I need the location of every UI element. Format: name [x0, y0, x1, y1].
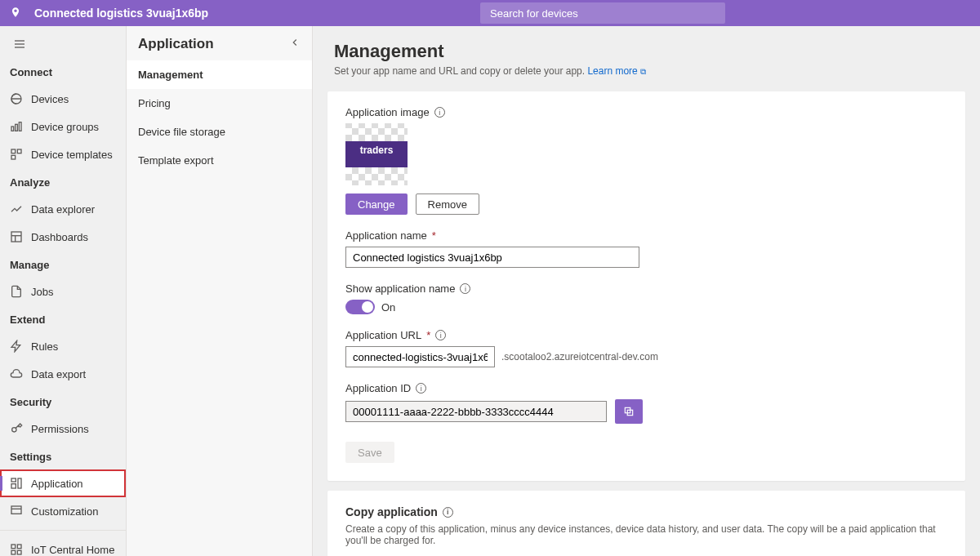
copy-icon [623, 406, 635, 417]
nav-label: IoT Central Home [31, 544, 114, 556]
customization-icon [10, 505, 23, 518]
change-image-button[interactable]: Change [345, 193, 408, 215]
sub-item-template-export[interactable]: Template export [127, 146, 312, 175]
svg-rect-21 [17, 550, 21, 554]
sub-item-device-file-storage[interactable]: Device file storage [127, 118, 312, 146]
nav-item-rules[interactable]: Rules [0, 332, 126, 360]
collapse-panel-button[interactable] [289, 36, 301, 52]
home-icon [10, 543, 23, 556]
info-icon[interactable]: i [435, 330, 446, 340]
app-id-label: Application ID i [345, 382, 947, 394]
external-link-icon: ⧉ [640, 67, 646, 76]
show-app-name-toggle[interactable] [345, 300, 375, 314]
nav-section-analyze: Analyze [0, 168, 126, 195]
svg-rect-22 [11, 550, 16, 554]
info-icon[interactable]: i [434, 107, 445, 118]
nav-label: Data export [31, 368, 86, 380]
save-button: Save [345, 442, 394, 463]
devices-icon [10, 92, 23, 105]
copy-id-button[interactable] [615, 399, 643, 424]
dashboards-icon [10, 230, 23, 243]
svg-rect-5 [16, 124, 18, 131]
search-input[interactable] [480, 2, 725, 24]
device-groups-icon [10, 120, 23, 133]
svg-rect-19 [11, 545, 16, 549]
nav-label: Device groups [31, 121, 99, 133]
sub-panel-header: Application [127, 26, 312, 60]
nav-item-device-groups[interactable]: Device groups [0, 113, 126, 140]
svg-rect-14 [11, 478, 16, 482]
svg-rect-17 [11, 506, 21, 514]
learn-more-link[interactable]: Learn more ⧉ [587, 65, 646, 77]
location-pin-icon [10, 7, 21, 20]
content: Management Set your app name and URL and… [313, 26, 980, 556]
jobs-icon [10, 285, 23, 298]
data-explorer-icon [10, 202, 23, 216]
app-url-label: Application URL* i [345, 329, 947, 341]
app-id-input [345, 401, 607, 422]
sub-item-management[interactable]: Management [127, 60, 312, 89]
nav-section-extend: Extend [0, 305, 126, 332]
nav-item-devices[interactable]: Devices [0, 85, 126, 113]
nav-item-application[interactable]: Application [0, 469, 126, 497]
svg-rect-6 [19, 122, 21, 131]
permissions-icon [10, 422, 23, 435]
nav-section-manage: Manage [0, 251, 126, 278]
svg-rect-15 [11, 484, 16, 488]
svg-rect-20 [17, 545, 21, 549]
nav-label: Device templates [31, 149, 113, 161]
nav-item-customization[interactable]: Customization [0, 497, 126, 525]
nav-section-security: Security [0, 388, 126, 415]
hamburger-menu-button[interactable] [0, 33, 126, 58]
nav-item-data-explorer[interactable]: Data explorer [0, 195, 126, 223]
copy-app-title: Copy application i [345, 505, 947, 518]
left-nav: Connect Devices Device groups Device tem… [0, 26, 127, 556]
svg-rect-9 [11, 155, 16, 159]
svg-rect-7 [11, 149, 16, 153]
nav-item-iot-central-home[interactable]: IoT Central Home [0, 536, 126, 556]
nav-label: Devices [31, 93, 69, 105]
app-name-input[interactable] [345, 247, 639, 268]
nav-item-device-templates[interactable]: Device templates [0, 140, 126, 168]
info-icon[interactable]: i [443, 507, 453, 518]
search-wrap [480, 2, 725, 24]
show-app-name-label: Show application name i [345, 282, 947, 295]
page-title: Management [334, 41, 959, 62]
nav-label: Rules [31, 340, 58, 353]
nav-item-dashboards[interactable]: Dashboards [0, 223, 126, 251]
nav-item-data-export[interactable]: Data export [0, 360, 126, 388]
app-title: Connected logistics 3vuaj1x6bp [34, 7, 208, 20]
nav-section-connect: Connect [0, 58, 126, 85]
svg-rect-10 [11, 232, 21, 242]
sub-panel-title: Application [138, 36, 214, 52]
page-subtitle: Set your app name and URL and copy or de… [334, 65, 959, 77]
sub-panel: Application Management Pricing Device fi… [127, 26, 313, 556]
info-icon[interactable]: i [460, 283, 470, 294]
nav-label: Dashboards [31, 231, 88, 243]
svg-rect-16 [18, 478, 21, 488]
sub-item-pricing[interactable]: Pricing [127, 89, 312, 118]
application-image-preview: traders [345, 123, 408, 185]
svg-rect-8 [17, 149, 21, 153]
device-templates-icon [10, 148, 23, 161]
app-url-input[interactable] [345, 346, 495, 367]
copy-app-description: Create a copy of this application, minus… [345, 523, 947, 546]
nav-label: Data explorer [31, 203, 95, 216]
svg-rect-4 [11, 127, 14, 131]
nav-label: Customization [31, 505, 98, 518]
nav-item-jobs[interactable]: Jobs [0, 278, 126, 305]
app-url-suffix: .scootaloo2.azureiotcentral-dev.com [501, 351, 658, 363]
nav-label: Jobs [31, 286, 53, 298]
app-name-label: Application name* [345, 229, 947, 242]
nav-item-permissions[interactable]: Permissions [0, 415, 126, 443]
toggle-state-label: On [381, 301, 395, 314]
content-header: Management Set your app name and URL and… [313, 26, 980, 82]
rules-icon [10, 340, 23, 353]
nav-section-settings: Settings [0, 443, 126, 469]
nav-label: Application [31, 478, 83, 490]
topbar: Connected logistics 3vuaj1x6bp [0, 0, 980, 26]
nav-label: Permissions [31, 423, 89, 435]
remove-image-button[interactable]: Remove [416, 193, 479, 215]
app-image-label: Application image i [345, 106, 947, 118]
info-icon[interactable]: i [416, 383, 426, 394]
